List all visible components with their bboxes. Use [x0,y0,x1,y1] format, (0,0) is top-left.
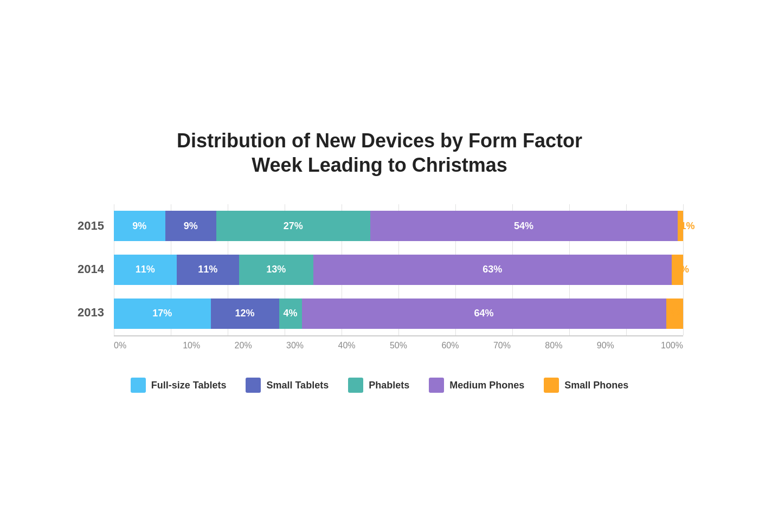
x-label-80%: 80% [528,341,580,351]
segment-2015-phablets: 27% [216,211,370,241]
chart-title: Distribution of New Devices by Form Fact… [76,128,683,177]
x-label-20%: 20% [217,341,269,351]
legend-label-medium_phones: Medium Phones [449,380,524,391]
x-label-30%: 30% [269,341,320,351]
stacked-bar-2014: 11%11%13%63%2% [114,255,683,285]
x-label-50%: 50% [372,341,424,351]
segment-2014-medium_phones: 63% [313,255,672,285]
x-label-0%: 0% [114,341,165,351]
segment-2013-phablets: 4% [279,299,302,329]
stacked-bar-2013: 17%12%4%64%3% [114,299,683,329]
legend-item-medium_phones: Medium Phones [429,378,524,393]
y-label-2015: 2015 [76,204,114,248]
legend-swatch-small_phones [544,378,559,393]
x-label-90%: 90% [580,341,631,351]
stacked-bar-2015: 9%9%27%54%1% [114,211,683,241]
segment-2013-medium_phones: 64% [302,299,666,329]
title-line1: Distribution of New Devices by Form Fact… [177,129,582,152]
y-label-2014: 2014 [76,248,114,291]
bars-and-grid: 9%9%27%54%1% 11%11%13%63%2% 17%12%4%64%3… [114,204,683,335]
y-axis-labels: 2015 2014 2013 [76,204,114,335]
x-label-10%: 10% [165,341,217,351]
chart-container: Distribution of New Devices by Form Fact… [54,107,705,425]
legend-item-full_size_tablets: Full-size Tablets [131,378,227,393]
segment-2015-small_phones: 1% [678,211,684,241]
legend-item-small_phones: Small Phones [544,378,628,393]
legend-swatch-medium_phones [429,378,444,393]
y-label-2013: 2013 [76,291,114,334]
x-label-60%: 60% [424,341,476,351]
legend-item-phablets: Phablets [348,378,409,393]
segment-2015-small_tablets: 9% [165,211,217,241]
segment-2013-full_size_tablets: 17% [114,299,211,329]
segment-2015-medium_phones: 54% [370,211,678,241]
legend: Full-size TabletsSmall TabletsPhabletsMe… [76,378,683,393]
legend-swatch-small_tablets [246,378,261,393]
legend-label-phablets: Phablets [369,380,409,391]
legend-item-small_tablets: Small Tablets [246,378,329,393]
x-label-70%: 70% [476,341,528,351]
bars-section: 2015 2014 2013 9%9%27%54%1% 1 [76,204,683,335]
x-axis: 0%10%20%30%40%50%60%70%80%90%100% [76,341,683,351]
chart-area: 2015 2014 2013 9%9%27%54%1% 1 [76,204,683,351]
bars-rows: 9%9%27%54%1% 11%11%13%63%2% 17%12%4%64%3… [114,204,683,335]
x-axis-line [114,335,683,336]
bar-row-2014: 11%11%13%63%2% [114,248,683,291]
legend-label-full_size_tablets: Full-size Tablets [151,380,227,391]
x-label-40%: 40% [321,341,372,351]
legend-label-small_tablets: Small Tablets [266,380,329,391]
legend-swatch-phablets [348,378,363,393]
segment-2014-small_tablets: 11% [177,255,240,285]
title-line2: Week Leading to Christmas [252,154,507,176]
x-label-100%: 100% [632,341,683,351]
segment-2014-phablets: 13% [239,255,313,285]
bar-row-2013: 17%12%4%64%3% [114,292,683,335]
segment-2015-full_size_tablets: 9% [114,211,165,241]
legend-label-small_phones: Small Phones [564,380,628,391]
bar-row-2015: 9%9%27%54%1% [114,204,683,248]
segment-2014-small_phones: 2% [672,255,683,285]
segment-2013-small_phones: 3% [666,299,684,329]
legend-swatch-full_size_tablets [131,378,146,393]
segment-2013-small_tablets: 12% [211,299,279,329]
segment-2014-full_size_tablets: 11% [114,255,177,285]
